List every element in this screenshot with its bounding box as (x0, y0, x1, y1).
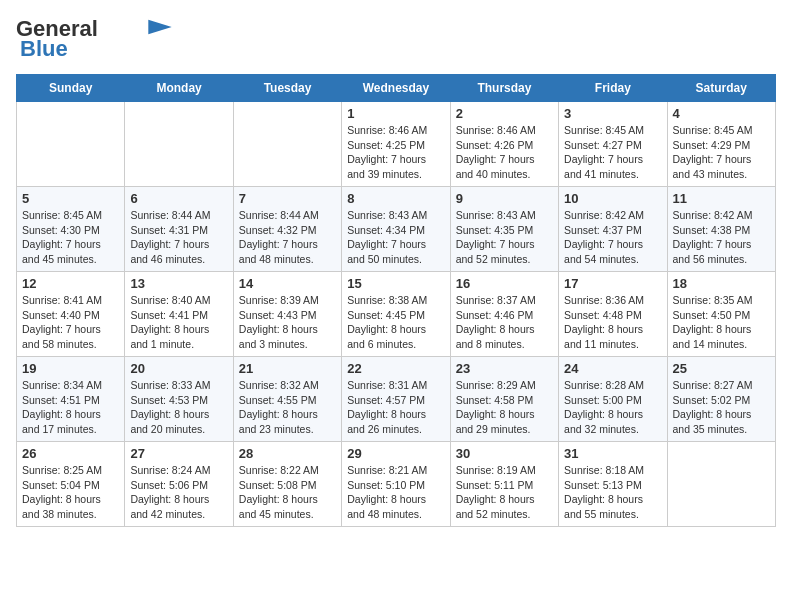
day-info: Sunrise: 8:21 AM Sunset: 5:10 PM Dayligh… (347, 463, 444, 522)
day-number: 16 (456, 276, 553, 291)
calendar-day-cell: 23Sunrise: 8:29 AM Sunset: 4:58 PM Dayli… (450, 357, 558, 442)
day-info: Sunrise: 8:36 AM Sunset: 4:48 PM Dayligh… (564, 293, 661, 352)
calendar-day-cell (667, 442, 775, 527)
day-number: 23 (456, 361, 553, 376)
calendar-day-cell: 21Sunrise: 8:32 AM Sunset: 4:55 PM Dayli… (233, 357, 341, 442)
svg-marker-0 (148, 20, 171, 34)
day-of-week-header: Sunday (17, 75, 125, 102)
calendar-day-cell: 29Sunrise: 8:21 AM Sunset: 5:10 PM Dayli… (342, 442, 450, 527)
day-info: Sunrise: 8:45 AM Sunset: 4:29 PM Dayligh… (673, 123, 770, 182)
day-number: 7 (239, 191, 336, 206)
calendar-day-cell: 12Sunrise: 8:41 AM Sunset: 4:40 PM Dayli… (17, 272, 125, 357)
day-info: Sunrise: 8:45 AM Sunset: 4:30 PM Dayligh… (22, 208, 119, 267)
day-info: Sunrise: 8:25 AM Sunset: 5:04 PM Dayligh… (22, 463, 119, 522)
day-info: Sunrise: 8:46 AM Sunset: 4:25 PM Dayligh… (347, 123, 444, 182)
day-info: Sunrise: 8:42 AM Sunset: 4:37 PM Dayligh… (564, 208, 661, 267)
day-number: 30 (456, 446, 553, 461)
day-number: 19 (22, 361, 119, 376)
day-number: 11 (673, 191, 770, 206)
day-number: 8 (347, 191, 444, 206)
logo: General Blue (16, 16, 174, 62)
calendar-week-row: 5Sunrise: 8:45 AM Sunset: 4:30 PM Daylig… (17, 187, 776, 272)
day-number: 5 (22, 191, 119, 206)
calendar-day-cell (17, 102, 125, 187)
day-info: Sunrise: 8:43 AM Sunset: 4:35 PM Dayligh… (456, 208, 553, 267)
day-number: 26 (22, 446, 119, 461)
day-info: Sunrise: 8:31 AM Sunset: 4:57 PM Dayligh… (347, 378, 444, 437)
day-number: 1 (347, 106, 444, 121)
calendar-day-cell: 1Sunrise: 8:46 AM Sunset: 4:25 PM Daylig… (342, 102, 450, 187)
day-info: Sunrise: 8:37 AM Sunset: 4:46 PM Dayligh… (456, 293, 553, 352)
calendar-week-row: 12Sunrise: 8:41 AM Sunset: 4:40 PM Dayli… (17, 272, 776, 357)
day-number: 9 (456, 191, 553, 206)
day-number: 22 (347, 361, 444, 376)
day-number: 13 (130, 276, 227, 291)
day-of-week-header: Thursday (450, 75, 558, 102)
calendar-day-cell: 3Sunrise: 8:45 AM Sunset: 4:27 PM Daylig… (559, 102, 667, 187)
calendar-day-cell: 20Sunrise: 8:33 AM Sunset: 4:53 PM Dayli… (125, 357, 233, 442)
day-number: 24 (564, 361, 661, 376)
day-number: 2 (456, 106, 553, 121)
day-info: Sunrise: 8:35 AM Sunset: 4:50 PM Dayligh… (673, 293, 770, 352)
logo-blue: Blue (20, 36, 68, 62)
calendar-day-cell: 11Sunrise: 8:42 AM Sunset: 4:38 PM Dayli… (667, 187, 775, 272)
day-info: Sunrise: 8:41 AM Sunset: 4:40 PM Dayligh… (22, 293, 119, 352)
day-info: Sunrise: 8:43 AM Sunset: 4:34 PM Dayligh… (347, 208, 444, 267)
calendar-day-cell: 14Sunrise: 8:39 AM Sunset: 4:43 PM Dayli… (233, 272, 341, 357)
calendar-week-row: 1Sunrise: 8:46 AM Sunset: 4:25 PM Daylig… (17, 102, 776, 187)
calendar-day-cell: 18Sunrise: 8:35 AM Sunset: 4:50 PM Dayli… (667, 272, 775, 357)
header: General Blue (16, 16, 776, 62)
day-info: Sunrise: 8:44 AM Sunset: 4:31 PM Dayligh… (130, 208, 227, 267)
day-number: 20 (130, 361, 227, 376)
day-of-week-header: Saturday (667, 75, 775, 102)
calendar-day-cell (125, 102, 233, 187)
calendar-week-row: 26Sunrise: 8:25 AM Sunset: 5:04 PM Dayli… (17, 442, 776, 527)
day-of-week-header: Wednesday (342, 75, 450, 102)
day-info: Sunrise: 8:45 AM Sunset: 4:27 PM Dayligh… (564, 123, 661, 182)
calendar-day-cell: 26Sunrise: 8:25 AM Sunset: 5:04 PM Dayli… (17, 442, 125, 527)
day-number: 21 (239, 361, 336, 376)
calendar-day-cell: 13Sunrise: 8:40 AM Sunset: 4:41 PM Dayli… (125, 272, 233, 357)
day-number: 14 (239, 276, 336, 291)
calendar-day-cell: 16Sunrise: 8:37 AM Sunset: 4:46 PM Dayli… (450, 272, 558, 357)
day-info: Sunrise: 8:22 AM Sunset: 5:08 PM Dayligh… (239, 463, 336, 522)
calendar-day-cell: 7Sunrise: 8:44 AM Sunset: 4:32 PM Daylig… (233, 187, 341, 272)
day-info: Sunrise: 8:27 AM Sunset: 5:02 PM Dayligh… (673, 378, 770, 437)
day-of-week-header: Friday (559, 75, 667, 102)
day-number: 18 (673, 276, 770, 291)
calendar-day-cell: 9Sunrise: 8:43 AM Sunset: 4:35 PM Daylig… (450, 187, 558, 272)
day-info: Sunrise: 8:40 AM Sunset: 4:41 PM Dayligh… (130, 293, 227, 352)
calendar-week-row: 19Sunrise: 8:34 AM Sunset: 4:51 PM Dayli… (17, 357, 776, 442)
day-info: Sunrise: 8:29 AM Sunset: 4:58 PM Dayligh… (456, 378, 553, 437)
calendar-day-cell: 31Sunrise: 8:18 AM Sunset: 5:13 PM Dayli… (559, 442, 667, 527)
day-info: Sunrise: 8:42 AM Sunset: 4:38 PM Dayligh… (673, 208, 770, 267)
day-info: Sunrise: 8:44 AM Sunset: 4:32 PM Dayligh… (239, 208, 336, 267)
calendar-day-cell: 8Sunrise: 8:43 AM Sunset: 4:34 PM Daylig… (342, 187, 450, 272)
day-number: 15 (347, 276, 444, 291)
calendar-day-cell: 10Sunrise: 8:42 AM Sunset: 4:37 PM Dayli… (559, 187, 667, 272)
day-info: Sunrise: 8:39 AM Sunset: 4:43 PM Dayligh… (239, 293, 336, 352)
calendar-day-cell: 4Sunrise: 8:45 AM Sunset: 4:29 PM Daylig… (667, 102, 775, 187)
calendar-day-cell: 6Sunrise: 8:44 AM Sunset: 4:31 PM Daylig… (125, 187, 233, 272)
calendar-body: 1Sunrise: 8:46 AM Sunset: 4:25 PM Daylig… (17, 102, 776, 527)
calendar-day-cell: 27Sunrise: 8:24 AM Sunset: 5:06 PM Dayli… (125, 442, 233, 527)
day-number: 3 (564, 106, 661, 121)
calendar-day-cell: 19Sunrise: 8:34 AM Sunset: 4:51 PM Dayli… (17, 357, 125, 442)
day-info: Sunrise: 8:33 AM Sunset: 4:53 PM Dayligh… (130, 378, 227, 437)
day-number: 29 (347, 446, 444, 461)
calendar-day-cell: 22Sunrise: 8:31 AM Sunset: 4:57 PM Dayli… (342, 357, 450, 442)
day-number: 6 (130, 191, 227, 206)
calendar-day-cell: 25Sunrise: 8:27 AM Sunset: 5:02 PM Dayli… (667, 357, 775, 442)
calendar-day-cell: 2Sunrise: 8:46 AM Sunset: 4:26 PM Daylig… (450, 102, 558, 187)
day-info: Sunrise: 8:34 AM Sunset: 4:51 PM Dayligh… (22, 378, 119, 437)
calendar-day-cell: 17Sunrise: 8:36 AM Sunset: 4:48 PM Dayli… (559, 272, 667, 357)
day-info: Sunrise: 8:46 AM Sunset: 4:26 PM Dayligh… (456, 123, 553, 182)
day-number: 31 (564, 446, 661, 461)
logo-flag-icon (146, 18, 174, 36)
calendar-day-cell (233, 102, 341, 187)
calendar-day-cell: 28Sunrise: 8:22 AM Sunset: 5:08 PM Dayli… (233, 442, 341, 527)
day-of-week-row: SundayMondayTuesdayWednesdayThursdayFrid… (17, 75, 776, 102)
day-number: 27 (130, 446, 227, 461)
day-number: 25 (673, 361, 770, 376)
day-info: Sunrise: 8:28 AM Sunset: 5:00 PM Dayligh… (564, 378, 661, 437)
